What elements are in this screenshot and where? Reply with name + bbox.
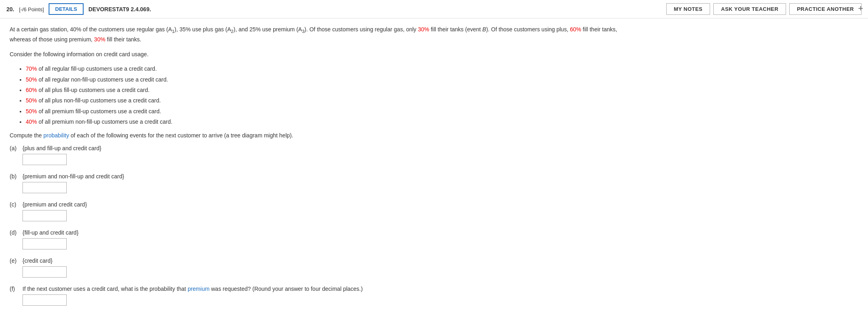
part-a-letter: (a): [10, 145, 19, 151]
part-c: (c) {premium and credit card}: [10, 201, 617, 221]
details-button[interactable]: DETAILS: [49, 3, 84, 15]
pct-premium-fill: 30%: [94, 36, 105, 43]
part-f-letter: (f): [10, 286, 19, 292]
bullet-4: 50% of all plus non-fill-up customers us…: [26, 96, 617, 105]
bullet-2: 50% of all regular non-fill-up customers…: [26, 75, 617, 84]
part-f-blue: premium: [188, 286, 209, 292]
practice-another-button[interactable]: PRACTICE ANOTHER: [789, 3, 862, 15]
sub2: 2: [231, 29, 233, 34]
plus-icon[interactable]: +: [853, 0, 868, 17]
points-label: [-/6 Points]: [19, 6, 44, 12]
part-f-input[interactable]: [23, 294, 67, 306]
part-e-input[interactable]: [23, 266, 67, 278]
compute-text: Compute the probability of each of the f…: [10, 132, 617, 139]
part-c-label: (c) {premium and credit card}: [10, 201, 617, 208]
part-b: (b) {premium and non-fill-up and credit …: [10, 173, 617, 193]
pct-regular-fill: 30%: [418, 26, 429, 33]
part-e-label: (e) {credit card}: [10, 257, 617, 264]
part-e-letter: (e): [10, 257, 19, 264]
part-d-letter: (d): [10, 229, 19, 236]
part-f-label: (f) If the next customer uses a credit c…: [10, 286, 617, 292]
part-a-question: {plus and fill-up and credit card}: [23, 145, 101, 151]
part-b-question: {premium and non-fill-up and credit card…: [23, 173, 124, 180]
pct-4: 50%: [26, 97, 37, 104]
sub3: 3: [302, 29, 304, 34]
question-number: 20. [-/6 Points]: [6, 6, 44, 12]
credit-card-intro: Consider the following information on cr…: [10, 50, 617, 59]
part-f-question: If the next customer uses a credit card,…: [23, 286, 363, 292]
part-c-question: {premium and credit card}: [23, 201, 87, 208]
my-notes-button[interactable]: MY NOTES: [666, 3, 710, 15]
pct-2: 50%: [26, 76, 37, 83]
part-b-label: (b) {premium and non-fill-up and credit …: [10, 173, 617, 180]
part-a-input[interactable]: [23, 154, 67, 165]
header-bar: 20. [-/6 Points] DETAILS DEVORESTAT9 2.4…: [0, 0, 868, 18]
compute-blue: probability: [43, 132, 69, 139]
pct-plus-fill: 60%: [570, 26, 581, 33]
part-e: (e) {credit card}: [10, 257, 617, 278]
question-number-text: 20.: [6, 6, 14, 12]
part-e-question: {credit card}: [23, 257, 53, 264]
problem-intro: At a certain gas station, 40% of the cus…: [10, 25, 617, 44]
pct-5: 50%: [26, 108, 37, 114]
bullet-3: 60% of all plus fill-up customers use a …: [26, 86, 617, 94]
part-a-label: (a) {plus and fill-up and credit card}: [10, 145, 617, 151]
part-d-question: {fill-up and credit card}: [23, 229, 78, 236]
pct-1: 70%: [26, 65, 37, 72]
pct-6: 40%: [26, 118, 37, 125]
ask-teacher-button[interactable]: ASK YOUR TEACHER: [713, 3, 786, 15]
content-area: At a certain gas station, 40% of the cus…: [0, 18, 627, 323]
part-d-label: (d) {fill-up and credit card}: [10, 229, 617, 236]
question-id: DEVORESTAT9 2.4.069.: [88, 6, 151, 12]
part-d-input[interactable]: [23, 238, 67, 249]
credit-card-bullets: 70% of all regular fill-up customers use…: [26, 64, 617, 126]
part-b-letter: (b): [10, 173, 19, 180]
pct-3: 60%: [26, 87, 37, 93]
header-right-buttons: MY NOTES ASK YOUR TEACHER PRACTICE ANOTH…: [666, 3, 862, 15]
part-c-input[interactable]: [23, 210, 67, 221]
bullet-1: 70% of all regular fill-up customers use…: [26, 64, 617, 73]
part-f: (f) If the next customer uses a credit c…: [10, 286, 617, 306]
bullet-5: 50% of all premium fill-up customers use…: [26, 107, 617, 116]
part-b-input[interactable]: [23, 182, 67, 193]
part-d: (d) {fill-up and credit card}: [10, 229, 617, 249]
part-c-letter: (c): [10, 201, 19, 208]
part-a: (a) {plus and fill-up and credit card}: [10, 145, 617, 165]
bullet-6: 40% of all premium non-fill-up customers…: [26, 117, 617, 126]
sub1: 1: [172, 29, 174, 34]
